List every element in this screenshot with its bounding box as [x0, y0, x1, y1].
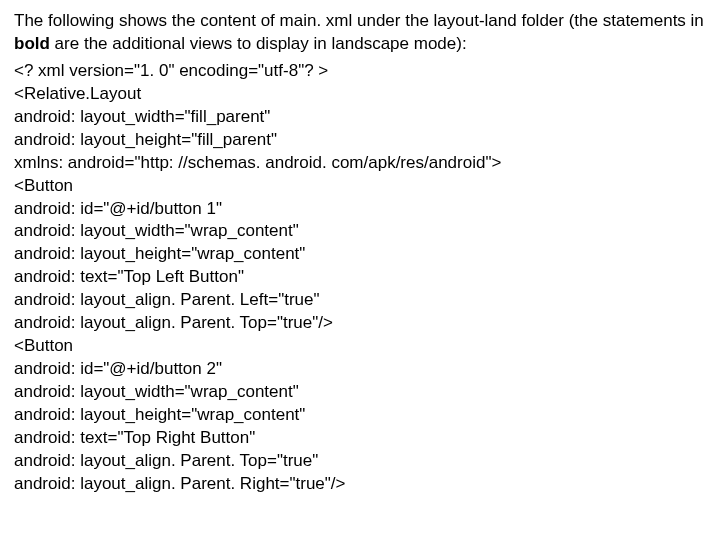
code-line: android: layout_height="wrap_content" [14, 243, 706, 266]
code-line: android: text="Top Left Button" [14, 266, 706, 289]
code-line: android: layout_height="wrap_content" [14, 404, 706, 427]
code-line: android: id="@+id/button 2" [14, 358, 706, 381]
intro-paragraph: The following shows the content of main.… [14, 10, 706, 56]
document-page: The following shows the content of main.… [0, 0, 720, 496]
code-line: android: layout_align. Parent. Right="tr… [14, 473, 706, 496]
code-line: <Relative.Layout [14, 83, 706, 106]
code-line: <Button [14, 335, 706, 358]
code-line: android: layout_align. Parent. Left="tru… [14, 289, 706, 312]
code-line: android: layout_width="fill_parent" [14, 106, 706, 129]
code-line: android: layout_width="wrap_content" [14, 381, 706, 404]
code-line: android: text="Top Right Button" [14, 427, 706, 450]
intro-text-2: are the additional views to display in l… [55, 34, 467, 53]
code-line: android: layout_align. Parent. Top="true… [14, 312, 706, 335]
intro-text-1: The following shows the content of main.… [14, 11, 704, 30]
code-line: <? xml version="1. 0" encoding="utf-8"? … [14, 60, 706, 83]
code-line: <Button [14, 175, 706, 198]
code-line: android: layout_width="wrap_content" [14, 220, 706, 243]
code-line: android: layout_height="fill_parent" [14, 129, 706, 152]
code-line: android: layout_align. Parent. Top="true… [14, 450, 706, 473]
code-line: android: id="@+id/button 1" [14, 198, 706, 221]
code-block: <? xml version="1. 0" encoding="utf-8"? … [14, 60, 706, 496]
code-line: xmlns: android="http: //schemas. android… [14, 152, 706, 175]
intro-bold: bold [14, 34, 55, 53]
